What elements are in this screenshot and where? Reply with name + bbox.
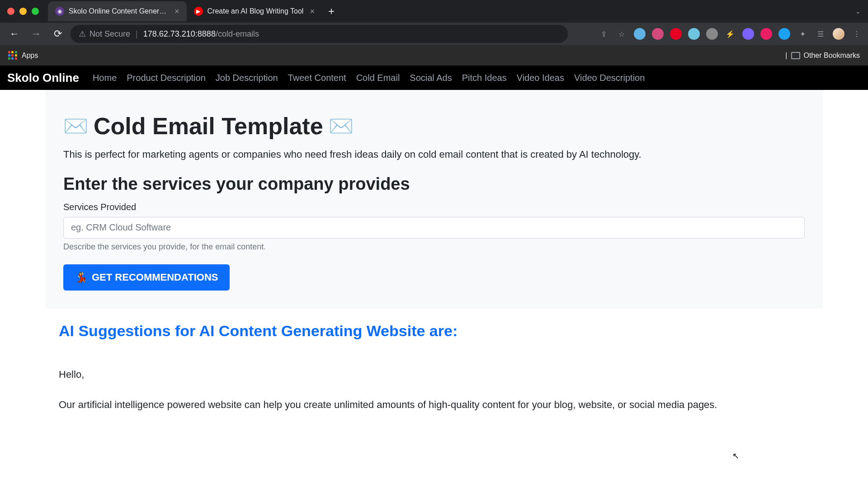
menu-icon[interactable]: ⋮ — [851, 28, 863, 40]
other-bookmarks-button[interactable]: | Other Bookmarks — [785, 52, 860, 60]
nav-job-description[interactable]: Job Description — [216, 73, 278, 83]
services-input[interactable] — [63, 217, 805, 239]
page-title: ✉️ Cold Email Template ✉️ — [63, 113, 805, 140]
extension-icon[interactable] — [634, 28, 646, 40]
tab-title: Skolo Online Content Generato — [69, 7, 168, 15]
lightning-extension-icon[interactable]: ⚡ — [724, 28, 736, 40]
new-tab-button[interactable]: + — [322, 5, 341, 18]
toolbar: ← → ⟳ ⚠ Not Secure | 178.62.73.210:8888/… — [0, 23, 868, 45]
extensions-puzzle-icon[interactable]: ✦ — [797, 28, 808, 40]
other-bookmarks-label: Other Bookmarks — [804, 52, 860, 60]
browser-tab[interactable]: ▶ Create an AI Blog Writing Tool × — [187, 1, 322, 21]
folder-icon — [791, 52, 800, 59]
favicon-icon: ◉ — [55, 7, 64, 16]
dancer-icon: 💃 — [75, 272, 87, 283]
result-greeting: Hello, — [59, 367, 805, 382]
close-window-button[interactable] — [7, 8, 14, 15]
apps-grid-icon[interactable] — [8, 51, 17, 60]
nav-product-description[interactable]: Product Description — [127, 73, 206, 83]
bookmarks-bar: Apps | Other Bookmarks — [0, 45, 868, 66]
extension-icon[interactable] — [742, 28, 754, 40]
youtube-favicon-icon: ▶ — [194, 7, 203, 16]
nav-home[interactable]: Home — [93, 73, 117, 83]
toolbar-actions: ⇪ ☆ ⚡ ✦ ☰ ⋮ — [598, 28, 863, 40]
profile-avatar[interactable] — [833, 28, 844, 40]
nav-social-ads[interactable]: Social Ads — [410, 73, 452, 83]
brand-logo[interactable]: Skolo Online — [7, 71, 79, 85]
bookmark-star-icon[interactable]: ☆ — [616, 28, 627, 40]
url-host: 178.62.73.210:8888 — [143, 29, 216, 38]
reload-button[interactable]: ⟳ — [49, 25, 67, 43]
maximize-window-button[interactable] — [32, 8, 39, 15]
results-title: AI Suggestions for AI Content Generating… — [59, 322, 805, 340]
page-subtitle: This is perfect for marketing agents or … — [63, 148, 805, 162]
page-content: ✉️ Cold Email Template ✉️ This is perfec… — [0, 90, 868, 446]
section-heading: Enter the services your company provides — [63, 174, 805, 194]
result-body: Our artificial intelligence powered webs… — [59, 397, 805, 412]
close-tab-icon[interactable]: × — [310, 7, 315, 16]
share-icon[interactable]: ⇪ — [598, 28, 609, 40]
browser-chrome: ◉ Skolo Online Content Generato × ▶ Crea… — [0, 0, 868, 66]
tab-title: Create an AI Blog Writing Tool — [208, 7, 304, 15]
tab-strip: ◉ Skolo Online Content Generato × ▶ Crea… — [48, 0, 341, 23]
site-navbar: Skolo Online Home Product Description Jo… — [0, 66, 868, 90]
browser-tab-active[interactable]: ◉ Skolo Online Content Generato × — [48, 1, 187, 21]
nav-video-description[interactable]: Video Description — [574, 73, 645, 83]
envelope-icon: ✉️ — [329, 114, 354, 138]
apps-label[interactable]: Apps — [22, 52, 38, 60]
field-help-text: Describe the services you provide, for t… — [63, 242, 805, 252]
extension-icon[interactable] — [688, 28, 700, 40]
reading-list-icon[interactable]: ☰ — [815, 28, 826, 40]
url-path: /cold-emails — [216, 29, 259, 38]
nav-tweet-content[interactable]: Tweet Content — [288, 73, 346, 83]
nav-video-ideas[interactable]: Video Ideas — [517, 73, 564, 83]
tabs-dropdown-icon[interactable]: ⌄ — [855, 8, 861, 15]
field-label: Services Provided — [63, 202, 805, 212]
extension-icon[interactable] — [760, 28, 772, 40]
pinterest-extension-icon[interactable] — [670, 28, 682, 40]
get-recommendations-button[interactable]: 💃 GET RECOMMENDATIONS — [63, 264, 230, 291]
forward-button[interactable]: → — [27, 25, 45, 43]
form-card: ✉️ Cold Email Template ✉️ This is perfec… — [45, 90, 823, 309]
minimize-window-button[interactable] — [19, 8, 27, 15]
button-label: GET RECOMMENDATIONS — [92, 272, 218, 283]
extension-icon[interactable] — [652, 28, 664, 40]
nav-pitch-ideas[interactable]: Pitch Ideas — [462, 73, 507, 83]
security-indicator[interactable]: ⚠ Not Secure — [79, 29, 130, 39]
envelope-icon: ✉️ — [63, 114, 88, 138]
extension-icon[interactable] — [778, 28, 790, 40]
titlebar: ◉ Skolo Online Content Generato × ▶ Crea… — [0, 0, 868, 23]
address-bar[interactable]: ⚠ Not Secure | 178.62.73.210:8888/cold-e… — [71, 25, 568, 43]
security-label: Not Secure — [90, 29, 130, 39]
results-section: AI Suggestions for AI Content Generating… — [45, 309, 823, 446]
mouse-cursor-icon: ↖ — [732, 451, 739, 461]
page-title-text: Cold Email Template — [94, 113, 323, 140]
extension-icon[interactable] — [706, 28, 718, 40]
warning-icon: ⚠ — [79, 29, 86, 39]
close-tab-icon[interactable]: × — [175, 7, 179, 16]
back-button[interactable]: ← — [5, 25, 24, 43]
window-controls — [7, 8, 39, 15]
nav-cold-email[interactable]: Cold Email — [356, 73, 400, 83]
